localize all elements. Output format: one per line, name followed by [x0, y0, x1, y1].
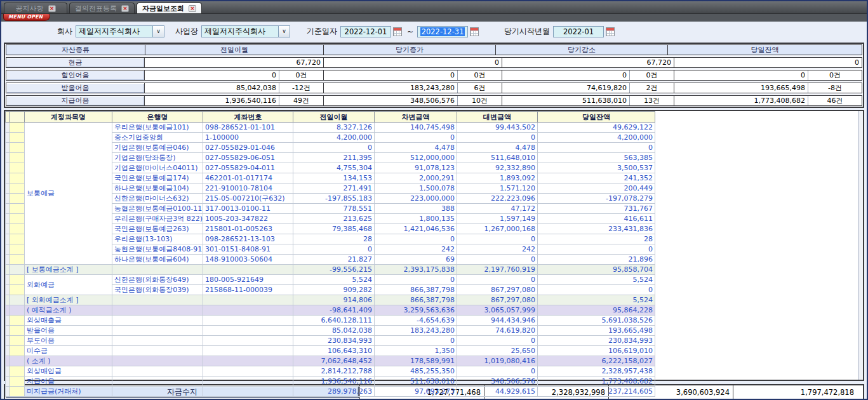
site-label: 사업장	[175, 26, 198, 37]
row-selector-cell[interactable]	[10, 285, 25, 295]
date-from-input[interactable]: 2022-12-01	[340, 26, 391, 37]
amount-cell: 21,896	[538, 255, 655, 265]
summary-row-label-button[interactable]: 받을어음	[6, 83, 145, 93]
close-icon[interactable]: ×	[48, 5, 56, 12]
row-selector-cell[interactable]	[10, 275, 25, 285]
row-selector-cell[interactable]	[10, 356, 25, 366]
amount-cell: 140,745,498	[375, 123, 457, 133]
amount-cell: 79,385,468	[293, 224, 375, 234]
account-number-cell: 027-055829-06-051	[203, 153, 293, 163]
summary-row: 받을어음85,042,038-12건183,243,2806건74,619,82…	[6, 83, 862, 93]
date-to-input[interactable]: 2022-12-31	[417, 26, 468, 37]
amount-cell: -197,078,279	[538, 194, 655, 204]
account-number-cell: 180-005-921649	[203, 275, 293, 285]
close-icon[interactable]: ×	[189, 5, 196, 12]
row-selector-cell[interactable]	[10, 204, 25, 214]
amount-cell: 416,611	[538, 214, 655, 224]
tab-1[interactable]: 결의전표등록×	[69, 3, 135, 13]
amount-cell: 99,443,502	[457, 123, 538, 133]
summary-row-label-button[interactable]: 할인어음	[6, 70, 145, 80]
row-selector-cell[interactable]	[10, 316, 25, 326]
summary-amount-cell: 511,638,010	[502, 96, 629, 105]
calendar-icon[interactable]	[470, 27, 479, 36]
amount-cell: 388	[375, 204, 457, 214]
amount-cell: 0	[457, 133, 538, 143]
amount-cell: 2,328,957,438	[538, 366, 655, 377]
bank-name-cell	[112, 326, 203, 336]
account-number-cell: 098-286521-13-103	[203, 234, 293, 244]
row-selector-cell[interactable]	[10, 244, 25, 255]
row-selector-cell[interactable]	[10, 377, 25, 387]
vertical-scrollbar[interactable]	[858, 111, 863, 380]
row-selector-cell[interactable]	[10, 387, 25, 397]
amount-cell: 28	[293, 234, 375, 244]
row-selector-cell[interactable]	[10, 183, 25, 194]
row-selector-cell[interactable]	[10, 255, 25, 265]
amount-cell: 95,864,228	[538, 305, 655, 316]
amount-cell: 3,500,537	[538, 163, 655, 173]
amount-cell: 0	[375, 275, 457, 285]
tab-0[interactable]: 공지사항×	[4, 3, 67, 13]
grid-header-cell: 계정과목명	[25, 112, 112, 123]
grid-row: 보통예금우리은행(보통예금101)098-286521-01-1018,327,…	[6, 123, 655, 133]
row-selector-cell[interactable]	[10, 366, 25, 377]
row-selector-cell[interactable]	[10, 133, 25, 143]
period-start-input[interactable]: 2022-01	[553, 26, 604, 37]
summary-count-cell: 0건	[457, 70, 502, 80]
row-selector-cell[interactable]	[10, 295, 25, 305]
row-selector-cell[interactable]	[10, 194, 25, 204]
chevron-down-icon[interactable]: ∨	[152, 26, 164, 37]
menu-open-button[interactable]: MENU OPEN	[3, 14, 50, 21]
site-select[interactable]: 제일저지주식회사 ∨	[201, 25, 290, 37]
row-selector-cell[interactable]	[10, 224, 25, 234]
bank-name-cell	[112, 356, 203, 366]
row-selector-cell[interactable]	[10, 173, 25, 183]
row-selector-cell[interactable]	[10, 214, 25, 224]
amount-cell: 211,395	[293, 153, 375, 163]
row-selector-cell[interactable]	[10, 234, 25, 244]
row-selector-cell[interactable]	[10, 336, 25, 346]
calendar-icon[interactable]	[393, 27, 402, 36]
row-selector-cell[interactable]	[10, 143, 25, 153]
summary-header-cell: 전일이월	[145, 45, 323, 55]
row-selector-cell[interactable]	[10, 326, 25, 336]
company-select[interactable]: 제일저지주식회사 ∨	[76, 25, 164, 37]
summary-row-label-button[interactable]: 지급어음	[6, 96, 145, 105]
amount-cell: 0	[375, 336, 457, 346]
account-name-cell: ( 예적금소계 )	[25, 305, 112, 316]
fund-balance-value: 1,797,472,818	[733, 385, 857, 399]
row-selector-cell[interactable]	[10, 163, 25, 173]
tab-2[interactable]: 자금일보조회×	[137, 3, 202, 13]
amount-cell: 778,551	[293, 204, 375, 214]
amount-cell: 866,387,798	[375, 295, 457, 305]
date-range-tilde: ~	[407, 27, 413, 36]
close-icon[interactable]: ×	[121, 5, 129, 12]
summary-amount-cell: 0	[674, 58, 862, 67]
calendar-icon[interactable]	[606, 27, 615, 36]
row-selector-cell[interactable]	[10, 153, 25, 163]
summary-header-cell: 당기감소	[495, 45, 667, 55]
grid-header-cell: 은행명	[112, 112, 203, 123]
chevron-down-icon[interactable]: ∨	[278, 26, 290, 37]
grid-header: 계정과목명은행명계좌번호전일이월차변금액대변금액당일잔액	[6, 112, 655, 123]
amount-cell: 2,393,175,838	[375, 265, 457, 275]
amount-cell: 5,524	[538, 275, 655, 285]
row-selector-cell[interactable]	[10, 346, 25, 356]
summary-header-row: 자산종류전일이월당기증가당기감소당일잔액	[6, 44, 862, 55]
bank-name-cell	[112, 336, 203, 346]
amount-cell: 242	[457, 244, 538, 255]
account-number-cell	[203, 336, 293, 346]
date-from-value: 2022-12-01	[345, 27, 387, 36]
row-selector-cell[interactable]	[10, 123, 25, 133]
summary-row-label-button[interactable]: 현금	[6, 58, 145, 67]
amount-cell: 3,259,563,636	[375, 305, 457, 316]
bank-name-cell: 하나은행(보통예금104)	[112, 183, 203, 194]
row-selector-cell[interactable]	[10, 265, 25, 275]
grid-header-cell: 당일잔액	[538, 112, 655, 123]
grid-row: 외화예금신한은행(외화통장649)180-005-9216495,524005,…	[6, 275, 655, 285]
row-selector-cell[interactable]	[10, 305, 25, 316]
amount-cell: 4,200,000	[538, 133, 655, 143]
amount-cell: 866,387,798	[375, 285, 457, 295]
amount-cell: 97,693,273	[375, 387, 457, 397]
account-name-cell: ( 소계 )	[25, 356, 112, 366]
